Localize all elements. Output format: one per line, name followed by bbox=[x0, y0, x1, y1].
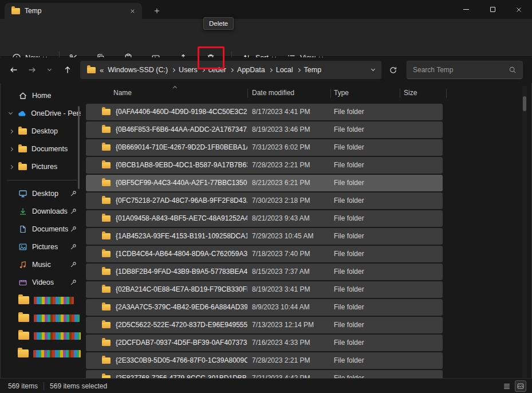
sidebar-item-desktop-tree[interactable]: Desktop bbox=[2, 123, 81, 140]
breadcrumb-appdata[interactable]: AppData bbox=[237, 66, 265, 74]
date-modified: 8/19/2023 3:41 PM bbox=[252, 285, 332, 293]
file-type: File folder bbox=[334, 214, 400, 222]
column-header-name[interactable]: Name bbox=[113, 89, 132, 97]
sidebar-item-redacted[interactable] bbox=[2, 345, 81, 362]
details-view-icon bbox=[503, 382, 511, 390]
search-input[interactable] bbox=[413, 66, 504, 74]
table-row[interactable]: {2DCFDAB7-0937-4D5F-BF39-0AF407373...7/1… bbox=[86, 335, 443, 351]
table-row[interactable]: {1CDB4C64-AB64-4804-8D9A-C762059A3...7/1… bbox=[86, 246, 443, 262]
column-divider[interactable] bbox=[247, 89, 248, 98]
chevron-right-icon[interactable] bbox=[171, 68, 175, 72]
back-button[interactable] bbox=[5, 61, 23, 79]
chevron-right-icon[interactable] bbox=[297, 68, 301, 72]
sidebar-item-redacted[interactable] bbox=[2, 309, 81, 327]
column-divider[interactable] bbox=[400, 89, 400, 98]
date-modified: 7/21/2023 4:42 PM bbox=[252, 374, 332, 378]
table-row[interactable]: {2E827768-7256-4779-8CCC-301BD1DBB4...7/… bbox=[86, 370, 443, 378]
breadcrumb-drive[interactable]: Windows-SSD (C:) bbox=[108, 66, 168, 74]
title-bar: Temp bbox=[0, 0, 532, 19]
new-tab-button[interactable] bbox=[150, 5, 164, 17]
column-divider[interactable] bbox=[446, 89, 447, 98]
chevron-right-icon[interactable] bbox=[201, 68, 205, 72]
sidebar-label: Music bbox=[32, 261, 51, 269]
sidebar-item-home[interactable]: Home bbox=[2, 87, 81, 104]
table-row[interactable]: {2A3AA7C5-379C-4B42-9ED6-6A884AD39...8/9… bbox=[86, 299, 443, 316]
details-view-button[interactable] bbox=[501, 380, 513, 392]
date-modified: 7/28/2023 2:21 PM bbox=[252, 356, 332, 364]
sidebar-item-desktop-pinned[interactable]: Desktop bbox=[2, 185, 81, 202]
table-row[interactable]: {1AB4523A-93FE-4153-B191-109258DCA1...7/… bbox=[86, 228, 443, 245]
date-modified: 7/16/2023 4:33 PM bbox=[252, 339, 332, 347]
file-name: {01A09458-A843-4BF5-AE7C-48A91252A4... bbox=[116, 214, 247, 222]
table-row[interactable]: {0FC75218-27AD-48C7-96AB-9FF2F8D43...7/3… bbox=[86, 192, 443, 209]
scrollbar-thumb[interactable] bbox=[523, 96, 526, 111]
sidebar-item-onedrive[interactable]: OneDrive - Perso bbox=[2, 105, 81, 122]
breadcrumb-user[interactable]: ceder bbox=[208, 66, 226, 74]
back-arrow-icon bbox=[9, 65, 18, 74]
address-dropdown-icon[interactable] bbox=[371, 67, 375, 71]
monitor-icon bbox=[18, 189, 27, 198]
tab-close-icon[interactable] bbox=[127, 6, 137, 16]
sidebar-label: Pictures bbox=[32, 243, 58, 251]
sidebar-item-videos[interactable]: Videos bbox=[2, 274, 81, 291]
pin-icon bbox=[69, 207, 77, 215]
file-type: File folder bbox=[334, 143, 400, 151]
chevron-right-icon[interactable] bbox=[230, 68, 234, 72]
items-selected: 569 items selected bbox=[50, 382, 107, 390]
close-button[interactable] bbox=[506, 0, 532, 19]
table-row[interactable]: {0AFA4406-460D-4D9D-9198-4CC50E3C2...8/1… bbox=[86, 104, 443, 120]
sidebar-scrollbar[interactable] bbox=[78, 106, 80, 189]
pin-icon bbox=[69, 278, 77, 286]
sidebar-divider bbox=[7, 180, 77, 180]
breadcrumb-users[interactable]: Users bbox=[179, 66, 198, 74]
search-icon bbox=[509, 66, 517, 74]
download-icon bbox=[18, 207, 27, 216]
column-divider[interactable] bbox=[330, 89, 331, 98]
file-name: {2DCFDAB7-0937-4D5F-BF39-0AF407373... bbox=[116, 339, 247, 347]
breadcrumb-temp[interactable]: Temp bbox=[304, 66, 322, 74]
sidebar-item-pictures-pinned[interactable]: Pictures bbox=[2, 238, 81, 256]
tooltip-text: Delete bbox=[209, 20, 228, 27]
close-icon bbox=[515, 6, 522, 13]
table-row[interactable]: {01A09458-A843-4BF5-AE7C-48A91252A4...8/… bbox=[86, 210, 443, 227]
table-row[interactable]: {0B669014-710E-4267-9D2D-1FB0BEBA1A...7/… bbox=[86, 139, 443, 156]
minimize-button[interactable] bbox=[453, 0, 479, 19]
up-button[interactable] bbox=[58, 61, 77, 79]
sidebar-item-music[interactable]: Music bbox=[2, 256, 81, 273]
sidebar-item-downloads[interactable]: Downloads bbox=[2, 203, 81, 220]
sidebar-label: Home bbox=[32, 92, 51, 100]
column-header-date[interactable]: Date modified bbox=[252, 89, 294, 97]
sidebar-item-redacted[interactable] bbox=[2, 327, 81, 344]
address-bar[interactable]: « Windows-SSD (C:) Users ceder AppData L… bbox=[80, 61, 381, 79]
sidebar-item-documents-pinned[interactable]: Documents bbox=[2, 221, 81, 238]
file-type: File folder bbox=[334, 356, 400, 364]
folder-icon bbox=[87, 67, 96, 73]
sidebar-item-documents-tree[interactable]: Documents bbox=[2, 140, 81, 158]
column-header-type[interactable]: Type bbox=[334, 89, 349, 97]
table-row[interactable]: {2E33C0B9-5D05-4766-87F0-1C39A8009C...7/… bbox=[86, 352, 443, 369]
breadcrumb-local[interactable]: Local bbox=[276, 66, 293, 74]
table-row[interactable]: {1DB8F2B4-9FAD-43B9-B9A5-57783BEA4...8/1… bbox=[86, 264, 443, 280]
table-row-focused[interactable]: {0BF5CF99-A4C3-440A-A2F1-77BBC1350...8/2… bbox=[86, 175, 443, 191]
breadcrumb-overflow[interactable]: « bbox=[100, 66, 104, 74]
table-row[interactable]: {02BA214C-0E88-4E7A-8D19-F79CB330FB...8/… bbox=[86, 281, 443, 298]
recent-locations-button[interactable] bbox=[42, 61, 56, 79]
tab-temp[interactable]: Temp bbox=[5, 3, 142, 19]
file-name: {1AB4523A-93FE-4153-B191-109258DCA1... bbox=[116, 232, 247, 240]
forward-button[interactable] bbox=[23, 61, 41, 79]
sidebar-item-redacted[interactable] bbox=[2, 292, 81, 309]
table-row[interactable]: {2D5C5622-522E-4720-837D-E96E949555...7/… bbox=[86, 317, 443, 333]
maximize-button[interactable] bbox=[479, 0, 506, 19]
search-box[interactable] bbox=[407, 61, 523, 79]
scrollbar-track[interactable] bbox=[522, 86, 527, 378]
folder-icon bbox=[102, 269, 111, 275]
thumbnail-view-button[interactable] bbox=[515, 380, 526, 392]
column-header-size[interactable]: Size bbox=[404, 89, 417, 97]
table-row[interactable]: {0B46F853-F6B6-44AA-ADDC-2A1767347...8/1… bbox=[86, 121, 443, 138]
table-row[interactable]: {0BCB1AB8-9EBD-4DC1-B587-9A17B7B63...7/2… bbox=[86, 157, 443, 174]
chevron-right-icon[interactable] bbox=[269, 68, 273, 72]
folder-icon bbox=[102, 180, 111, 186]
refresh-button[interactable] bbox=[384, 61, 402, 79]
sidebar-item-pictures-tree[interactable]: Pictures bbox=[2, 158, 81, 175]
file-name: {1DB8F2B4-9FAD-43B9-B9A5-57783BEA4... bbox=[116, 268, 247, 276]
